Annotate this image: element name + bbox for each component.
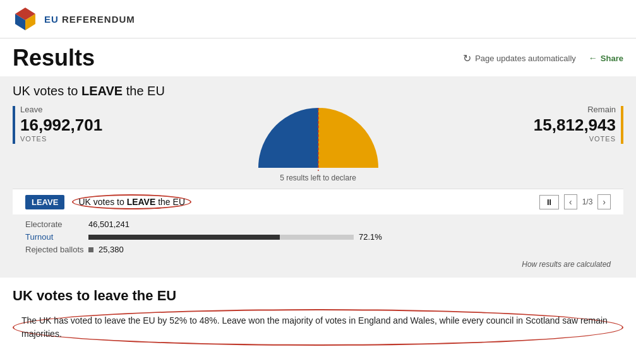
headline: UK votes to LEAVE the EU (13, 84, 623, 98)
leave-badge: LEAVE (25, 195, 64, 209)
pause-button[interactable]: ⏸ (539, 195, 559, 209)
nav-controls: ⏸ ‹ 1/3 › (539, 194, 611, 209)
rejected-bar (88, 247, 93, 252)
headline-pre: UK votes to (13, 84, 78, 98)
auto-update: ↻ Page updates automatically (463, 52, 576, 64)
rejected-label: Rejected ballots (25, 245, 88, 254)
electorate-row: Electorate 46,501,241 (25, 220, 611, 229)
leave-column: Leave 16,992,701 VOTES (13, 105, 109, 144)
nav-count: 1/3 (582, 197, 593, 206)
vote-display: Leave 16,992,701 VOTES 5 results left to… (13, 105, 623, 189)
next-button[interactable]: › (597, 194, 611, 209)
how-calculated[interactable]: How results are calculated (25, 257, 611, 271)
prev-button[interactable]: ‹ (564, 194, 577, 209)
ticker-oval: UK votes to LEAVE the EU (72, 194, 191, 209)
electorate-value: 46,501,241 (88, 220, 145, 229)
logo-eu: EU (44, 14, 59, 25)
title-actions: ↻ Page updates automatically ← Share (463, 52, 623, 64)
leave-side: Leave 16,992,701 VOTES (20, 105, 109, 143)
share-icon: ← (589, 53, 597, 63)
turnout-bar-fill (88, 235, 280, 240)
electorate-label: Electorate (25, 220, 88, 229)
stats-section: Electorate 46,501,241 Turnout 72.1% Reje… (13, 214, 623, 278)
remain-side: Remain 15,812,943 VOTES (527, 105, 616, 143)
page-title: Results (13, 45, 95, 71)
leave-label: Leave (20, 105, 109, 114)
title-row: Results ↻ Page updates automatically ← S… (0, 38, 636, 76)
rejected-row: Rejected ballots 25,380 (25, 245, 611, 254)
leave-bar-accent (13, 106, 15, 144)
share-button[interactable]: ← Share (589, 53, 623, 63)
results-left-label: 5 results left to declare (280, 173, 356, 182)
ticker-text: UK votes to LEAVE the EU (72, 194, 532, 209)
ticker-pre: UK votes to (78, 197, 124, 207)
remain-bar-accent (621, 106, 623, 144)
headline-strong: LEAVE (81, 84, 123, 98)
share-label: Share (601, 54, 623, 63)
refresh-icon: ↻ (463, 52, 471, 64)
semicircle-chart (255, 105, 381, 171)
remain-label: Remain (527, 105, 616, 114)
semicircle-svg (255, 105, 381, 171)
article-title: UK votes to leave the EU (13, 288, 623, 304)
header: EU REFERENDUM (0, 0, 636, 38)
remain-votes-sub: VOTES (527, 135, 616, 143)
leave-count: 16,992,701 (20, 115, 109, 135)
ticker-post: the EU (158, 197, 185, 207)
logo-referendum: REFERENDUM (62, 14, 135, 25)
auto-update-label: Page updates automatically (475, 54, 576, 63)
leave-votes-sub: VOTES (20, 135, 109, 143)
logo-area: EU REFERENDUM (13, 6, 135, 32)
eu-referendum-logo-icon (13, 6, 38, 32)
remain-count: 15,812,943 (527, 115, 616, 135)
turnout-row: Turnout 72.1% (25, 232, 611, 242)
article-section: UK votes to leave the EU The UK has vote… (0, 278, 636, 356)
turnout-pct: 72.1% (359, 232, 382, 242)
ticker-bar: LEAVE UK votes to LEAVE the EU ⏸ ‹ 1/3 › (13, 189, 623, 214)
turnout-label[interactable]: Turnout (25, 232, 88, 242)
headline-end: the EU (126, 84, 165, 98)
article-body: The UK has voted to leave the EU by 52% … (13, 309, 623, 346)
ticker-strong: LEAVE (127, 197, 156, 207)
remain-column: Remain 15,812,943 VOTES (527, 105, 623, 144)
turnout-bar-container (88, 235, 354, 240)
chart-area: 5 results left to declare (109, 105, 527, 182)
rejected-value: 25,380 (99, 245, 124, 254)
logo-text: EU REFERENDUM (44, 14, 135, 25)
results-section: UK votes to LEAVE the EU Leave 16,992,70… (0, 76, 636, 278)
article-oval: The UK has voted to leave the EU by 52% … (13, 309, 623, 346)
